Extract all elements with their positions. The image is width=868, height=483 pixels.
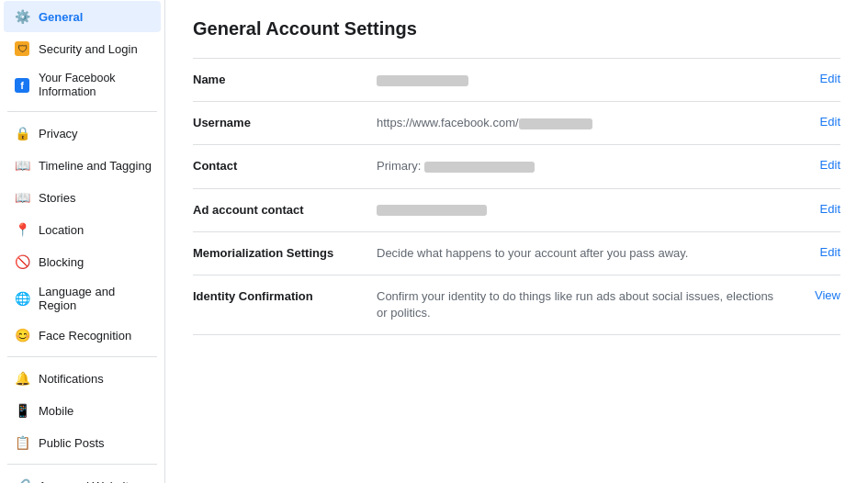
sidebar-item-label: Timeline and Tagging <box>39 159 152 173</box>
settings-label-memorialization: Memorialization Settings <box>193 245 377 260</box>
sidebar-divider-1 <box>7 111 157 112</box>
sidebar-item-label: Mobile <box>39 404 73 418</box>
block-icon: 🚫 <box>13 253 31 271</box>
face-icon: 😊 <box>13 326 31 344</box>
settings-value-identity: Confirm your identity to do things like … <box>377 288 785 321</box>
sidebar-item-apps[interactable]: 🔗Apps and Websites <box>4 470 161 483</box>
clock-icon: 📖 <box>13 188 31 207</box>
sidebar-item-mobile[interactable]: 📱Mobile <box>4 395 161 426</box>
settings-action-ad-contact[interactable]: Edit <box>785 202 840 216</box>
sidebar-item-label: Face Recognition <box>39 329 131 343</box>
settings-value-ad-contact <box>377 202 785 219</box>
lang-icon: 🌐 <box>13 289 31 308</box>
sidebar-item-label: Language and Region <box>39 285 152 312</box>
gear-icon: ⚙️ <box>13 7 31 26</box>
settings-action-link-contact[interactable]: Edit <box>820 158 840 172</box>
sidebar-item-timeline[interactable]: 📖Timeline and Tagging <box>4 150 161 181</box>
redacted-value-name <box>377 75 468 86</box>
sidebar-item-label: Apps and Websites <box>39 479 141 484</box>
settings-action-memorialization[interactable]: Edit <box>785 245 840 259</box>
sidebar-item-notifications[interactable]: 🔔Notifications <box>4 363 161 394</box>
sidebar-item-label: Privacy <box>39 127 78 140</box>
sidebar-item-label: General <box>39 10 83 24</box>
sidebar-item-language[interactable]: 🌐Language and Region <box>4 278 161 319</box>
sidebar-item-privacy[interactable]: 🔒Privacy <box>4 118 161 149</box>
settings-action-link-memorialization[interactable]: Edit <box>820 245 840 259</box>
redacted-value-contact <box>424 162 535 173</box>
settings-label-name: Name <box>193 72 377 86</box>
page-title: General Account Settings <box>193 18 840 39</box>
sidebar: ⚙️General🛡Security and LoginfYour Facebo… <box>0 0 165 483</box>
settings-action-username[interactable]: Edit <box>785 115 840 129</box>
sidebar-item-location[interactable]: 📍Location <box>4 214 161 245</box>
sidebar-item-blocking[interactable]: 🚫Blocking <box>4 246 161 277</box>
sidebar-item-public-posts[interactable]: 📋Public Posts <box>4 427 161 458</box>
settings-row-username: Usernamehttps://www.facebook.com/Edit <box>193 101 840 144</box>
settings-action-link-username[interactable]: Edit <box>820 115 840 129</box>
lock-icon: 🔒 <box>13 124 31 142</box>
main-content: General Account Settings NameEditUsernam… <box>165 0 868 483</box>
sidebar-item-label: Public Posts <box>39 436 105 450</box>
redacted-value-ad-contact <box>377 205 487 216</box>
settings-label-ad-contact: Ad account contact <box>193 202 377 217</box>
settings-value-memorialization: Decide what happens to your account afte… <box>377 245 785 262</box>
sidebar-item-facebook-info[interactable]: fYour Facebook Information <box>4 65 161 106</box>
sidebar-item-label: Notifications <box>39 372 104 386</box>
settings-value-username: https://www.facebook.com/ <box>377 115 785 131</box>
settings-list: NameEditUsernamehttps://www.facebook.com… <box>193 58 840 335</box>
settings-action-identity[interactable]: View <box>785 288 840 302</box>
app-icon: 🔗 <box>13 477 31 483</box>
pin-icon: 📍 <box>13 220 31 239</box>
settings-row-name: NameEdit <box>193 58 840 101</box>
phone-icon: 📱 <box>13 401 31 420</box>
sidebar-divider-2 <box>7 356 157 357</box>
sidebar-item-stories[interactable]: 📖Stories <box>4 182 161 213</box>
sidebar-item-general[interactable]: ⚙️General <box>4 1 161 32</box>
sidebar-item-security[interactable]: 🛡Security and Login <box>4 33 161 64</box>
clock-icon: 📖 <box>13 156 31 174</box>
settings-label-contact: Contact <box>193 158 377 173</box>
sidebar-item-label: Security and Login <box>39 42 138 56</box>
sidebar-item-label: Stories <box>39 191 75 205</box>
sidebar-divider-3 <box>7 464 157 465</box>
post-icon: 📋 <box>13 433 31 452</box>
settings-row-identity: Identity ConfirmationConfirm your identi… <box>193 275 840 335</box>
settings-action-name[interactable]: Edit <box>785 72 840 85</box>
settings-action-link-identity[interactable]: View <box>815 288 840 302</box>
sidebar-item-label: Blocking <box>39 255 84 269</box>
sidebar-item-face[interactable]: 😊Face Recognition <box>4 320 161 351</box>
fb-icon: f <box>13 76 31 95</box>
sidebar-item-label: Location <box>39 223 84 237</box>
settings-action-contact[interactable]: Edit <box>785 158 840 172</box>
settings-label-username: Username <box>193 115 377 129</box>
value-prefix-contact: Primary: <box>377 159 424 173</box>
settings-value-name <box>377 72 785 88</box>
settings-row-memorialization: Memorialization SettingsDecide what happ… <box>193 231 840 275</box>
settings-action-link-name[interactable]: Edit <box>820 72 840 85</box>
sidebar-item-label: Your Facebook Information <box>39 72 152 99</box>
settings-label-identity: Identity Confirmation <box>193 288 377 303</box>
shield-icon: 🛡 <box>13 39 31 58</box>
settings-row-contact: ContactPrimary: Edit <box>193 144 840 187</box>
settings-value-contact: Primary: <box>377 158 785 174</box>
value-prefix-username: https://www.facebook.com/ <box>377 116 519 129</box>
settings-row-ad-contact: Ad account contactEdit <box>193 188 840 231</box>
redacted-value-username <box>519 118 592 129</box>
settings-action-link-ad-contact[interactable]: Edit <box>820 202 840 216</box>
bell-icon: 🔔 <box>13 369 31 388</box>
